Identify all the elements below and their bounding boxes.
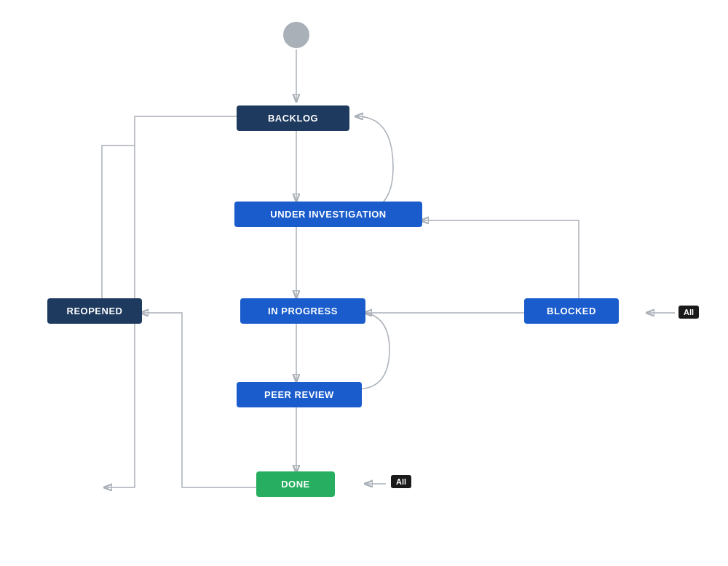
node-under-investigation[interactable]: UNDER INVESTIGATION	[234, 202, 422, 227]
node-peer-review[interactable]: PEER REVIEW	[237, 382, 362, 407]
node-reopened[interactable]: REOPENED	[47, 298, 142, 324]
arrows-svg	[0, 0, 728, 566]
node-backlog[interactable]: BACKLOG	[237, 105, 349, 131]
diagram-container: BACKLOG UNDER INVESTIGATION IN PROGRESS …	[0, 0, 728, 566]
node-in-progress[interactable]: IN PROGRESS	[240, 298, 365, 324]
badge-all-done: All	[391, 475, 411, 488]
start-node	[283, 22, 309, 48]
badge-all-blocked: All	[678, 306, 699, 319]
node-done[interactable]: DONE	[256, 471, 335, 497]
node-blocked[interactable]: BLOCKED	[524, 298, 619, 324]
